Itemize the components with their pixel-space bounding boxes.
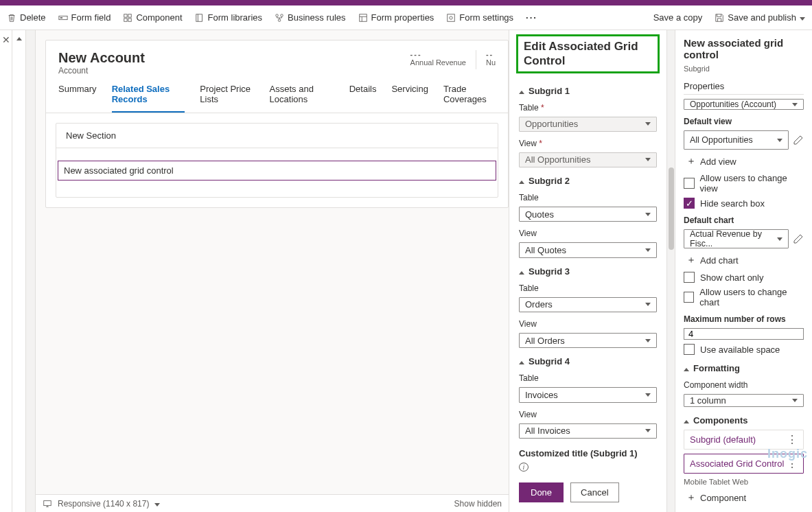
close-icon[interactable]: ✕ bbox=[2, 34, 10, 45]
formatting-header[interactable]: Formatting bbox=[684, 363, 804, 373]
cmd-save-copy[interactable]: Save a copy bbox=[653, 12, 703, 23]
edit-icon[interactable] bbox=[793, 135, 804, 146]
form-section[interactable]: New Section New associated grid control bbox=[56, 123, 498, 198]
cmd-form-properties[interactable]: Form properties bbox=[358, 12, 434, 23]
page-title: New Account bbox=[58, 50, 145, 66]
max-rows-label: Maximum number of rows bbox=[684, 314, 804, 324]
header-kpi-2: -- Nu bbox=[486, 50, 496, 67]
use-available-space-label: Use available space bbox=[700, 345, 780, 355]
subgrid-2-header[interactable]: Subgrid 2 bbox=[519, 176, 657, 186]
subgrid-4-table-dropdown[interactable]: Invoices bbox=[519, 387, 657, 402]
responsive-mode-label[interactable]: Responsive (1140 x 817) bbox=[58, 499, 149, 509]
default-chart-dropdown[interactable]: Actual Revenue by Fisc... bbox=[684, 229, 789, 248]
subgrid-4-view-dropdown[interactable]: All Invoices bbox=[519, 423, 657, 439]
edit-icon[interactable] bbox=[793, 233, 804, 244]
entity-name: Account bbox=[58, 66, 145, 75]
chevron-down-icon bbox=[645, 429, 651, 432]
cmd-form-field[interactable]: Form field bbox=[58, 12, 111, 23]
form-card: New Account Account --- Annual Revenue -… bbox=[45, 40, 509, 208]
default-view-dropdown[interactable]: All Opportunities bbox=[684, 130, 789, 150]
tree-scrollbar[interactable] bbox=[26, 30, 36, 512]
properties-icon bbox=[358, 13, 368, 23]
chevron-down-icon bbox=[777, 237, 782, 241]
subgrid-1-table-label: Table bbox=[519, 103, 657, 113]
trash-icon bbox=[7, 13, 16, 23]
default-chart-value: Actual Revenue by Fisc... bbox=[690, 229, 777, 248]
subgrid-2-table-dropdown[interactable]: Quotes bbox=[519, 207, 657, 222]
tab-summary[interactable]: Summary bbox=[58, 84, 97, 113]
tab-assets-and-locations[interactable]: Assets and Locations bbox=[270, 84, 334, 113]
subgrid-3-view-dropdown[interactable]: All Orders bbox=[519, 333, 657, 348]
add-chart-link[interactable]: ＋Add chart bbox=[684, 253, 804, 268]
subgrid-2-table-value: Quotes bbox=[525, 209, 554, 220]
use-available-space-checkbox[interactable]: Use available space bbox=[684, 344, 804, 355]
tab-trade-coverages[interactable]: Trade Coverages bbox=[443, 84, 496, 113]
cmd-form-libraries-label: Form libraries bbox=[208, 12, 262, 23]
more-vertical-icon[interactable]: ⋮ bbox=[787, 437, 798, 443]
component-icon bbox=[123, 13, 132, 23]
section-title: New Section bbox=[56, 124, 498, 148]
tab-related-sales-records[interactable]: Related Sales Records bbox=[112, 84, 185, 113]
allow-change-chart-checkbox[interactable]: Allow users to change chart bbox=[684, 287, 804, 307]
library-icon bbox=[195, 13, 205, 23]
done-button[interactable]: Done bbox=[519, 482, 564, 502]
component-subgrid-default[interactable]: Subgrid (default)⋮ bbox=[684, 430, 804, 450]
chevron-down-icon bbox=[645, 303, 651, 306]
cmd-form-libraries[interactable]: Form libraries bbox=[195, 12, 262, 23]
chevron-up-icon bbox=[684, 363, 689, 373]
form-tabs: Summary Related Sales Records Project Pr… bbox=[46, 75, 508, 113]
add-chart-label: Add chart bbox=[700, 255, 739, 266]
subgrid-1-header[interactable]: Subgrid 1 bbox=[519, 86, 657, 96]
chevron-down-icon[interactable] bbox=[154, 499, 160, 509]
subgrid-3-header[interactable]: Subgrid 3 bbox=[519, 266, 657, 277]
component-width-label: Component width bbox=[684, 380, 804, 390]
chevron-down-icon[interactable] bbox=[800, 12, 805, 23]
svg-point-12 bbox=[450, 16, 452, 19]
mid-panel-scrollbar[interactable] bbox=[666, 30, 675, 512]
cmd-component[interactable]: Component bbox=[123, 12, 182, 23]
tab-servicing[interactable]: Servicing bbox=[391, 84, 428, 113]
collapse-up-icon[interactable] bbox=[16, 37, 22, 40]
show-chart-only-checkbox[interactable]: Show chart only bbox=[684, 272, 804, 283]
subgrid-3-view-label: View bbox=[519, 319, 657, 329]
subgrid-4-header[interactable]: Subgrid 4 bbox=[519, 356, 657, 366]
table-dropdown[interactable]: Opportunities (Account) bbox=[684, 99, 804, 110]
components-label: Components bbox=[693, 415, 747, 426]
chevron-down-icon bbox=[645, 339, 651, 342]
add-view-link[interactable]: ＋Add view bbox=[684, 154, 804, 169]
info-icon[interactable]: i bbox=[519, 463, 529, 472]
svg-rect-2 bbox=[124, 14, 127, 16]
subgrid-1-title: Subgrid 1 bbox=[529, 86, 570, 96]
svg-rect-6 bbox=[196, 14, 202, 21]
allow-change-view-checkbox[interactable]: Allow users to change view bbox=[684, 173, 804, 194]
more-vertical-icon[interactable]: ⋮ bbox=[787, 461, 798, 467]
selected-subgrid-control[interactable]: New associated grid control bbox=[58, 161, 496, 181]
subgrid-4-table-value: Invoices bbox=[525, 390, 558, 400]
add-component-link[interactable]: ＋Component bbox=[684, 490, 804, 505]
header-kpi-1: --- Annual Revenue bbox=[410, 50, 466, 67]
components-header[interactable]: Components bbox=[684, 415, 804, 426]
subgrid-2-view-dropdown[interactable]: All Quotes bbox=[519, 242, 657, 257]
cmd-delete[interactable]: Delete bbox=[7, 12, 46, 23]
svg-point-7 bbox=[276, 14, 279, 16]
default-chart-label: Default chart bbox=[684, 216, 804, 225]
max-rows-input[interactable] bbox=[684, 328, 804, 340]
cmd-business-rules[interactable]: Business rules bbox=[275, 12, 346, 23]
cmd-form-settings[interactable]: Form settings bbox=[446, 12, 513, 23]
tab-details[interactable]: Details bbox=[349, 84, 377, 113]
cancel-button[interactable]: Cancel bbox=[570, 482, 618, 502]
component-width-dropdown[interactable]: 1 column bbox=[684, 394, 804, 407]
cmd-form-settings-label: Form settings bbox=[459, 12, 513, 23]
subgrid-3-table-dropdown[interactable]: Orders bbox=[519, 297, 657, 312]
subgrid-2-view-label: View bbox=[519, 229, 657, 238]
subgrid-4-title: Subgrid 4 bbox=[529, 356, 570, 366]
header-kpi-2-label: Nu bbox=[486, 58, 496, 67]
panel-title-highlight: Edit Associated Grid Control bbox=[516, 34, 660, 73]
tab-project-price-lists[interactable]: Project Price Lists bbox=[200, 84, 254, 113]
hide-search-checkbox[interactable]: ✓Hide search box bbox=[684, 198, 804, 209]
show-hidden-label: Show hidden bbox=[454, 499, 502, 509]
cmd-overflow[interactable]: ··· bbox=[526, 12, 537, 23]
chevron-down-icon bbox=[645, 158, 651, 161]
component-associated-grid-control[interactable]: Associated Grid Control⋮ bbox=[684, 454, 804, 474]
cmd-save-publish[interactable]: Save and publish bbox=[715, 12, 805, 23]
